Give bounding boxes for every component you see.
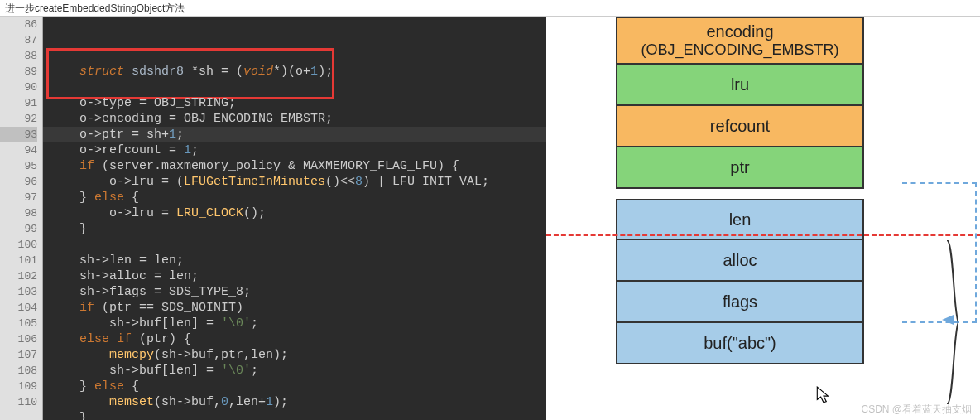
memory-block-lru: lru [616, 65, 864, 106]
line-number: 89 [0, 64, 37, 80]
line-number: 107 [0, 347, 37, 363]
block-label: len [729, 210, 752, 229]
memory-block-ptr: ptr [616, 147, 864, 189]
memory-diagram: encoding(OBJ_ENCODING_EMBSTR)lrurefcount… [546, 17, 980, 420]
memory-block-buf: buf("abc") [616, 323, 864, 364]
line-number: 102 [0, 268, 37, 284]
dashed-connector-bottom [902, 321, 977, 323]
code-line[interactable]: } else { [50, 379, 546, 394]
line-number: 106 [0, 331, 37, 347]
main-area: 8687888990919293949596979899100101102103… [0, 17, 980, 420]
line-number: 105 [0, 316, 37, 331]
divider-line [546, 234, 980, 236]
block-label: encoding [706, 22, 773, 41]
line-number: 88 [0, 48, 37, 64]
line-number: 110 [0, 394, 37, 410]
code-line[interactable]: o->lru = LRU_CLOCK(); [50, 205, 546, 221]
block-label: lru [731, 75, 749, 94]
code-line[interactable]: o->refcount = 1; [50, 142, 546, 158]
line-number: 98 [0, 205, 37, 221]
line-number: 99 [0, 221, 37, 237]
watermark-text: CSDN @看着蓝天抽支烟 [861, 403, 972, 415]
line-number: 96 [0, 174, 37, 190]
memory-block-alloc: alloc [616, 240, 864, 282]
memory-block-refcount: refcount [616, 106, 864, 147]
code-line[interactable]: } [50, 410, 546, 420]
code-line[interactable]: sh->buf[len] = '\0'; [50, 363, 546, 379]
line-number: 97 [0, 190, 37, 205]
line-number: 104 [0, 300, 37, 316]
line-number: 86 [0, 17, 37, 32]
line-number: 93 [0, 127, 37, 142]
code-line[interactable] [50, 237, 546, 253]
dashed-connector-v [975, 182, 977, 323]
line-number: 103 [0, 284, 37, 300]
line-number: 92 [0, 111, 37, 127]
watermark: CSDN @看着蓝天抽支烟 [861, 403, 972, 417]
code-line[interactable]: sh->alloc = len; [50, 268, 546, 284]
cursor-icon [816, 386, 831, 404]
code-line[interactable]: } else { [50, 190, 546, 205]
block-label: (OBJ_ENCODING_EMBSTR) [641, 41, 838, 59]
code-line[interactable]: memset(sh->buf,0,len+1); [50, 394, 546, 410]
line-number: 91 [0, 95, 37, 111]
current-line-highlight [43, 127, 546, 142]
block-label: refcount [710, 117, 770, 136]
line-number-gutter: 8687888990919293949596979899100101102103… [0, 17, 43, 420]
block-label: alloc [723, 251, 757, 270]
memory-block-encoding: encoding(OBJ_ENCODING_EMBSTR) [616, 17, 864, 65]
line-number: 101 [0, 253, 37, 268]
memory-stack: encoding(OBJ_ENCODING_EMBSTR)lrurefcount… [616, 17, 864, 364]
memory-block-flags: flags [616, 282, 864, 323]
dashed-connector-top [902, 182, 977, 184]
code-line[interactable]: sh->buf[len] = '\0'; [50, 316, 546, 331]
code-body[interactable]: struct sdshdr8 *sh = (void*)(o+1); o->ty… [43, 17, 546, 420]
code-line[interactable]: o->type = OBJ_STRING; [50, 95, 546, 111]
line-number: 108 [0, 363, 37, 379]
code-line[interactable]: struct sdshdr8 *sh = (void*)(o+1); [50, 64, 546, 80]
code-line[interactable] [50, 80, 546, 95]
code-line[interactable]: if (server.maxmemory_policy & MAXMEMORY_… [50, 158, 546, 174]
brace-icon [945, 240, 958, 404]
line-number: 100 [0, 237, 37, 253]
title-text: 进一步createEmbeddedStringObject方法 [5, 2, 185, 14]
block-label: ptr [730, 158, 749, 177]
code-line[interactable]: o->lru = (LFUGetTimeInMinutes()<<8) | LF… [50, 174, 546, 190]
code-line[interactable]: } [50, 221, 546, 237]
code-line[interactable]: else if (ptr) { [50, 331, 546, 347]
block-label: buf("abc") [704, 334, 776, 353]
line-number: 109 [0, 379, 37, 394]
code-line[interactable]: memcpy(sh->buf,ptr,len); [50, 347, 546, 363]
line-number: 90 [0, 80, 37, 95]
line-number: 95 [0, 158, 37, 174]
code-line[interactable]: o->encoding = OBJ_ENCODING_EMBSTR; [50, 111, 546, 127]
code-line[interactable]: sh->len = len; [50, 253, 546, 268]
title-bar: 进一步createEmbeddedStringObject方法 [0, 0, 980, 17]
code-editor[interactable]: 8687888990919293949596979899100101102103… [0, 17, 546, 420]
code-line[interactable]: sh->flags = SDS_TYPE_8; [50, 284, 546, 300]
block-label: flags [723, 292, 757, 311]
line-number: 94 [0, 142, 37, 158]
line-number: 87 [0, 32, 37, 48]
code-line[interactable]: if (ptr == SDS_NOINIT) [50, 300, 546, 316]
